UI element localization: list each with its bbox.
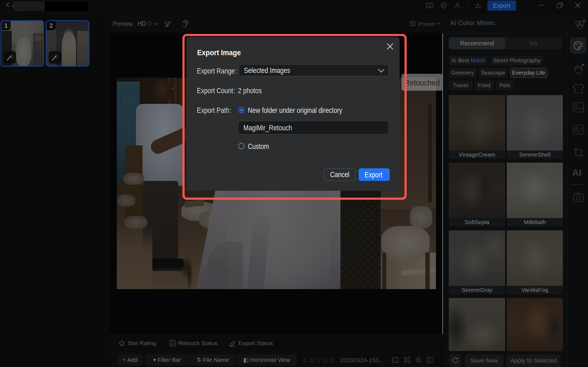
svg-text:1:1: 1:1 (394, 359, 397, 362)
svg-text:i: i (580, 46, 581, 50)
svg-text:?: ? (149, 22, 151, 25)
